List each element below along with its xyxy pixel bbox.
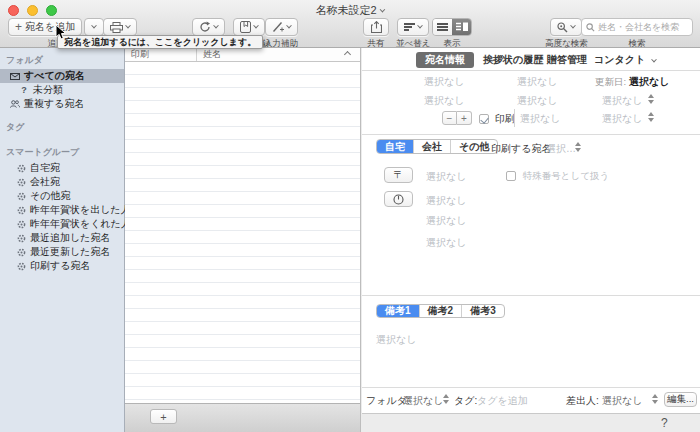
toolbar-group-search: 検索 <box>581 18 693 50</box>
traffic-lights <box>8 5 57 16</box>
honorific-placeholder[interactable]: 選択なし <box>602 94 642 108</box>
sidebar-item-duplicates[interactable]: 重複する宛名 <box>0 97 124 111</box>
add-recipient-menu-button[interactable] <box>84 18 104 36</box>
last-kana-placeholder[interactable]: 選択なし <box>424 94 464 108</box>
zoom-window-button[interactable] <box>46 5 57 16</box>
folder-stepper[interactable] <box>443 394 449 404</box>
folder-field-value[interactable]: 選択なし <box>403 394 443 408</box>
updated-date-value: 選択なし <box>629 75 669 89</box>
close-window-button[interactable] <box>8 5 19 16</box>
sidebar-item-smart-group[interactable]: 最近追加した宛名 <box>0 231 124 245</box>
list-bottom-bar: + <box>125 403 360 432</box>
sidebar-item-smart-group[interactable]: その他宛 <box>0 189 124 203</box>
postal-code-button[interactable]: 〒 <box>384 167 413 183</box>
plus-icon: + <box>15 20 22 34</box>
sender-field-value[interactable]: 選択なし <box>602 394 642 408</box>
gear-icon <box>16 178 26 187</box>
segment-note1[interactable]: 備考1 <box>377 305 420 317</box>
note-text-placeholder[interactable]: 選択なし <box>376 333 416 347</box>
joint-honorific-placeholder[interactable]: 選択なし <box>602 112 642 126</box>
address-line3-placeholder[interactable]: 選択なし <box>426 236 466 250</box>
print-button[interactable] <box>103 18 137 36</box>
tag-field-label: タグ: <box>454 394 477 408</box>
sidebar-item-smart-group[interactable]: 昨年年賀状をくれた人 <box>0 217 124 231</box>
sidebar-item-smart-group[interactable]: 自宅宛 <box>0 161 124 175</box>
chevron-down-icon <box>91 23 97 29</box>
search-field[interactable] <box>581 18 693 36</box>
tab-contacts[interactable]: コンタクト <box>594 53 656 67</box>
chevron-down-icon <box>417 23 423 29</box>
postal-code-placeholder[interactable]: 選択なし <box>426 170 466 184</box>
print-name-value[interactable]: 選択… <box>546 142 576 156</box>
gear-icon <box>16 220 26 229</box>
search-input[interactable] <box>598 22 686 32</box>
sort-ascending-icon <box>344 51 351 58</box>
proxy-chevron-down-icon[interactable] <box>380 6 386 12</box>
share-button[interactable] <box>363 18 389 36</box>
recipient-list: 印刷 姓名 + <box>125 48 361 432</box>
sender-field-label: 差出人: <box>566 394 599 408</box>
add-row-button[interactable]: + <box>150 409 177 424</box>
gear-icon <box>16 164 26 173</box>
special-number-checkbox[interactable]: 特殊番号として扱う <box>506 170 609 183</box>
address-line2-placeholder[interactable]: 選択なし <box>426 214 466 228</box>
sort-lines-icon <box>404 22 415 33</box>
joint-name-placeholder[interactable]: 選択なし <box>520 112 560 126</box>
list-rows-empty[interactable] <box>125 62 360 403</box>
detail-panel: 宛名情報 挨拶状の履歴 贈答管理 コンタクト 選択なし 選択なし 更新日: 選択… <box>362 48 700 432</box>
print-name-stepper[interactable] <box>575 142 581 152</box>
print-checkbox[interactable]: 印刷 <box>479 112 515 126</box>
first-name-placeholder[interactable]: 選択なし <box>517 75 557 89</box>
column-header-name[interactable]: 姓名 <box>197 48 360 61</box>
view-detail-segment[interactable] <box>452 19 471 35</box>
tag-field-placeholder[interactable]: タグを追加 <box>477 394 528 408</box>
tab-recipient-info[interactable]: 宛名情報 <box>416 52 474 68</box>
gear-icon <box>16 262 26 271</box>
question-icon: ? <box>19 85 29 95</box>
other-address-books-button[interactable] <box>233 18 265 36</box>
sidebar-item-smart-group[interactable]: 会社宛 <box>0 175 124 189</box>
gear-icon <box>16 192 26 201</box>
column-header-print[interactable]: 印刷 <box>125 48 197 61</box>
tab-greeting-history[interactable]: 挨拶状の履歴 <box>483 53 543 67</box>
sort-button[interactable] <box>397 18 429 36</box>
sidebar-item-smart-group[interactable]: 印刷する宛名 <box>0 259 124 273</box>
pencil-plus-icon <box>272 21 284 33</box>
phone-lookup-button[interactable] <box>384 191 413 207</box>
first-kana-placeholder[interactable]: 選択なし <box>517 94 557 108</box>
sidebar-item-smart-group[interactable]: 昨年年賀状を出した人 <box>0 203 124 217</box>
sidebar-item-all-recipients[interactable]: すべての宛名 <box>0 69 124 83</box>
view-list-segment[interactable] <box>433 19 452 35</box>
last-name-placeholder[interactable]: 選択なし <box>424 75 464 89</box>
honorific-stepper[interactable] <box>648 94 654 104</box>
sidebar-item-uncategorized[interactable]: ? 未分類 <box>0 83 124 97</box>
segment-company[interactable]: 会社 <box>414 140 451 153</box>
window-title: 名称未設定2 <box>315 3 384 18</box>
gear-icon <box>16 234 26 243</box>
list-view-icon <box>437 22 448 33</box>
sender-stepper[interactable] <box>652 394 658 404</box>
tab-gift-management[interactable]: 贈答管理 <box>547 53 587 67</box>
segment-note2[interactable]: 備考2 <box>420 305 463 317</box>
toolbar-group-share: 共有 <box>363 18 389 50</box>
remove-member-button[interactable]: − <box>442 111 457 125</box>
sidebar-item-smart-group[interactable]: 最近更新した宛名 <box>0 245 124 259</box>
joint-honorific-stepper[interactable] <box>648 112 654 122</box>
search-icon <box>586 23 595 32</box>
refresh-button[interactable] <box>192 18 225 36</box>
minimize-window-button[interactable] <box>27 5 38 16</box>
sidebar: フォルダ すべての宛名 ? 未分類 重複する宛名 タグ スマートグループ 自宅宛… <box>0 48 125 432</box>
segment-home[interactable]: 自宅 <box>377 140 414 153</box>
add-recipient-button[interactable]: + 宛名を追加 <box>8 18 82 36</box>
segment-note3[interactable]: 備考3 <box>462 305 504 317</box>
sidebar-section-tags: タグ <box>0 111 124 136</box>
add-member-button[interactable]: + <box>457 111 472 125</box>
checkbox-unchecked-icon <box>506 171 516 181</box>
chevron-down-icon <box>286 23 292 29</box>
advanced-search-button[interactable] <box>550 18 582 36</box>
help-button[interactable]: ? <box>661 416 668 430</box>
edit-sender-button[interactable]: 編集... <box>664 392 697 407</box>
input-assist-button[interactable] <box>265 18 298 36</box>
printer-icon <box>110 22 123 33</box>
address-line1-placeholder[interactable]: 選択なし <box>426 194 466 208</box>
